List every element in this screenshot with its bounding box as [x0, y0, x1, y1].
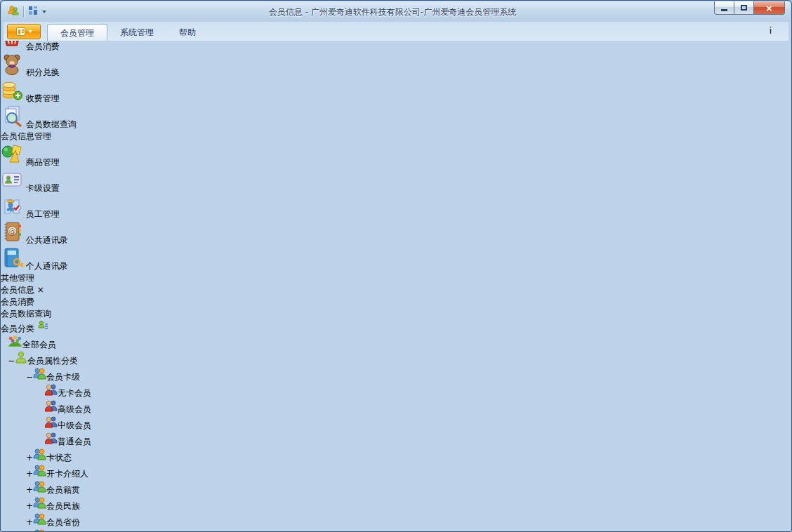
tree-item[interactable]: +会员籍贯 [1, 480, 791, 496]
search-doc-icon [1, 119, 23, 129]
window-title: 会员信息 - 广州爱奇迪软件科技有限公司-广州爱奇迪会员管理系统 [86, 6, 699, 18]
close-button[interactable]: × [753, 1, 785, 15]
tree-item[interactable]: 普通会员 [1, 432, 791, 448]
ribbon-button-public-contacts[interactable]: @ 公共通讯录 [1, 220, 244, 246]
tree-item-label[interactable]: 中级会员 [58, 420, 91, 430]
tree-item-label[interactable]: 全部会员 [22, 340, 56, 350]
ribbon-button-member-data-query[interactable]: 会员数据查询 [1, 105, 244, 131]
qat-dropdown-caret[interactable] [42, 11, 46, 13]
tree-item[interactable]: 中级会员 [1, 415, 791, 432]
two-members-icon [33, 485, 46, 495]
title-bar: 会员信息 - 广州爱奇迪软件科技有限公司-广州爱奇迪会员管理系统 × [1, 1, 791, 22]
tree-item-label[interactable]: 无卡会员 [58, 388, 91, 398]
tree-item-label[interactable]: 会员省份 [46, 517, 80, 527]
maximize-button[interactable] [734, 1, 753, 15]
tree-item[interactable]: −会员属性分类 [1, 351, 791, 367]
window-controls: × [714, 1, 785, 15]
doc-tab-member-consume[interactable]: 会员消费 [1, 296, 791, 308]
member-pair-icon [44, 388, 58, 398]
sidebar-header: 会员分类 [1, 320, 791, 335]
tab-close-icon[interactable]: × [37, 285, 44, 295]
tree-item-label[interactable]: 普通会员 [58, 437, 91, 446]
card-icon [1, 183, 23, 193]
personal-book-icon [1, 261, 23, 271]
member-pair-icon [44, 404, 58, 414]
ribbon-button-points-exchange[interactable]: 积分兑换 [1, 53, 244, 79]
quick-access-toolbar [7, 5, 46, 18]
document-tab-strip: 会员信息 × 会员消费 会员数据查询 [1, 284, 791, 320]
ribbon-tab-system-mgmt[interactable]: 系统管理 [107, 24, 166, 41]
ribbon: 会员信息 会员消费 积分兑换 收费管理 会员数据查询 [1, 1, 791, 284]
app-menu-icon [16, 27, 25, 36]
tree-expander-icon[interactable]: + [26, 517, 33, 527]
ribbon-tabs: 会员管理 系统管理 帮助 [47, 24, 209, 41]
app-window: 会员信息 - 广州爱奇迪软件科技有限公司-广州爱奇迪会员管理系统 × 会员管理 … [0, 0, 792, 532]
doc-tab-member-data-query[interactable]: 会员数据查询 [1, 308, 791, 320]
ribbon-group-other-mgmt: 商品管理 卡级设置 员工管理 @ 公共通讯录 个人通讯录 [1, 142, 244, 284]
ribbon-tab-help[interactable]: 帮助 [166, 24, 209, 41]
tree-item-label[interactable]: 会员籍贯 [46, 485, 80, 495]
member-pair-icon [44, 420, 58, 430]
tree-item[interactable]: +开卡介绍人 [1, 464, 791, 480]
tree-item-label[interactable]: 高级会员 [58, 404, 91, 414]
tree-item[interactable]: +会员城市 [1, 528, 791, 532]
category-tree: 全部会员−会员属性分类−会员卡级无卡会员高级会员中级会员普通会员+卡状态+开卡介… [1, 335, 791, 532]
ribbon-group-label: 会员信息管理 [1, 131, 244, 142]
two-members-icon [33, 517, 46, 527]
ribbon-group-label: 其他管理 [1, 272, 244, 284]
svg-text:@: @ [9, 227, 16, 235]
tree-item-label[interactable]: 卡状态 [46, 453, 72, 463]
ribbon-right-controls: i [760, 26, 781, 36]
ribbon-button-goods-mgmt[interactable]: 商品管理 [1, 142, 244, 168]
ribbon-button-staff-mgmt[interactable]: 员工管理 [1, 194, 244, 220]
tree-expander-icon[interactable]: + [26, 453, 33, 463]
crowd-icon [8, 340, 22, 350]
app-icon [7, 5, 19, 18]
basket-icon [1, 41, 23, 51]
tree-item[interactable]: +会员民族 [1, 496, 791, 512]
tree-item[interactable]: +卡状态 [1, 448, 791, 464]
minimize-button[interactable] [714, 1, 734, 15]
tree-item-label[interactable]: 会员卡级 [46, 372, 80, 382]
address-book-icon: @ [1, 235, 23, 245]
category-settings-icon[interactable] [37, 324, 48, 333]
layout-grid-icon[interactable] [28, 6, 38, 18]
tree-expander-icon[interactable]: + [26, 469, 33, 479]
two-members-icon [33, 453, 46, 463]
main-area: 会员分类 全部会员−会员属性分类−会员卡级无卡会员高级会员中级会员普通会员+卡状… [1, 320, 791, 532]
goods-icon [1, 157, 23, 167]
tree-item-label[interactable]: 会员民族 [46, 501, 80, 511]
tree-item[interactable]: 高级会员 [1, 399, 791, 415]
qat-separator [23, 6, 24, 18]
tree-item[interactable]: 全部会员 [1, 335, 791, 351]
ribbon-button-card-level[interactable]: 卡级设置 [1, 168, 244, 194]
member-pair-icon [44, 437, 58, 446]
tree-item[interactable]: +会员省份 [1, 512, 791, 528]
tree-item[interactable]: −会员卡级 [1, 367, 791, 383]
info-icon[interactable]: i [770, 26, 772, 36]
staff-icon [1, 209, 23, 219]
tree-expander-icon[interactable]: − [26, 372, 33, 382]
tree-item[interactable]: 无卡会员 [1, 383, 791, 399]
tree-expander-icon[interactable]: + [26, 485, 33, 495]
ribbon-tab-row: 会员管理 系统管理 帮助 i [4, 22, 788, 41]
application-menu-button[interactable] [7, 24, 41, 39]
tree-item-label[interactable]: 开卡介绍人 [46, 469, 88, 479]
ribbon-tab-member-mgmt[interactable]: 会员管理 [47, 24, 107, 41]
sidebar-title: 会员分类 [1, 324, 34, 333]
teddy-icon [1, 67, 23, 77]
two-members-icon [33, 501, 46, 511]
app-menu-caret [28, 30, 32, 33]
two-members-icon [33, 372, 46, 382]
person-green-icon [15, 356, 27, 366]
sidebar-member-categories: 会员分类 全部会员−会员属性分类−会员卡级无卡会员高级会员中级会员普通会员+卡状… [1, 320, 791, 532]
doc-tab-member-info[interactable]: 会员信息 × [1, 284, 791, 296]
tree-item-label[interactable]: 会员属性分类 [27, 356, 78, 366]
two-members-icon [33, 469, 46, 479]
tree-expander-icon[interactable]: + [26, 501, 33, 511]
tree-expander-icon[interactable]: − [8, 356, 15, 366]
ribbon-button-fee-mgmt[interactable]: 收费管理 [1, 79, 244, 105]
coins-icon [1, 93, 23, 103]
ribbon-button-personal-contacts[interactable]: 个人通讯录 [1, 246, 244, 272]
